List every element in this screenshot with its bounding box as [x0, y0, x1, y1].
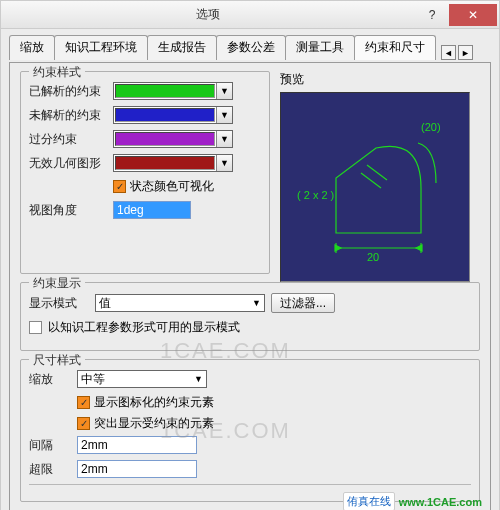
label-overrun: 超限 [29, 461, 71, 478]
chevron-down-icon: ▼ [252, 298, 261, 308]
color-invalid-geometry[interactable]: ▼ [113, 154, 233, 172]
label-gap: 间隔 [29, 437, 71, 454]
svg-line-1 [367, 165, 387, 180]
footer-url: www.1CAE.com [399, 496, 482, 508]
divider [29, 484, 471, 485]
select-display-mode-value: 值 [99, 295, 111, 312]
close-button[interactable]: ✕ [449, 4, 497, 26]
group-constraint-display: 约束显示 显示模式 值 ▼ 过滤器... 以知识工程参数形式可用的显示模式 [20, 282, 480, 351]
chevron-down-icon: ▼ [194, 374, 203, 384]
label-over-constraint: 过分约束 [29, 131, 107, 148]
checkbox-ke-format[interactable] [29, 321, 42, 334]
footer-brand-text: 侑真在线 [343, 492, 395, 510]
label-zoom: 缩放 [29, 371, 71, 388]
dim-top: (20) [421, 121, 441, 133]
dim-left: ( 2 x 2 ) [297, 189, 334, 201]
tab-scroll-right[interactable]: ► [458, 45, 473, 60]
label-display-mode: 显示模式 [29, 295, 89, 312]
tab-measure-tools[interactable]: 测量工具 [285, 35, 355, 60]
tab-scroll-nav: ◄ ► [441, 45, 473, 60]
svg-line-0 [361, 173, 381, 188]
chevron-down-icon: ▼ [216, 131, 232, 147]
help-button[interactable]: ? [415, 4, 449, 26]
color-over-constraint[interactable]: ▼ [113, 130, 233, 148]
input-view-angle[interactable]: 1deg [113, 201, 191, 219]
select-display-mode[interactable]: 值 ▼ [95, 294, 265, 312]
select-zoom[interactable]: 中等 ▼ [77, 370, 207, 388]
group-title-constraint-display: 约束显示 [29, 275, 85, 292]
tab-scroll-left[interactable]: ◄ [441, 45, 456, 60]
tab-constraints-dimensions[interactable]: 约束和尺寸 [354, 35, 436, 60]
window-title: 选项 [1, 6, 415, 23]
tab-param-tolerance[interactable]: 参数公差 [216, 35, 286, 60]
chevron-down-icon: ▼ [216, 107, 232, 123]
select-zoom-value: 中等 [81, 371, 105, 388]
preview-canvas: (20) ( 2 x 2 ) 20 [280, 92, 470, 282]
group-constraint-style: 约束样式 已解析的约束 ▼ 未解析的约束 ▼ 过分约束 [20, 71, 270, 274]
label-ke-format: 以知识工程参数形式可用的显示模式 [48, 319, 240, 336]
label-highlight-constrained: 突出显示受约束的元素 [94, 415, 214, 432]
dim-bottom: 20 [367, 251, 379, 263]
checkbox-show-marked[interactable]: ✓ [77, 396, 90, 409]
titlebar: 选项 ? ✕ [0, 0, 500, 28]
color-resolved-constraint[interactable]: ▼ [113, 82, 233, 100]
label-preview: 预览 [280, 71, 480, 88]
label-unresolved-constraint: 未解析的约束 [29, 107, 107, 124]
tab-zoom[interactable]: 缩放 [9, 35, 55, 60]
preview-area: 预览 (20) [280, 71, 480, 282]
group-title-dimension-style: 尺寸样式 [29, 352, 85, 369]
chevron-down-icon: ▼ [216, 83, 232, 99]
swatch-invalid [115, 156, 215, 170]
swatch-over [115, 132, 215, 146]
tab-knowledge-env[interactable]: 知识工程环境 [54, 35, 148, 60]
input-gap[interactable]: 2mm [77, 436, 197, 454]
label-view-angle: 视图角度 [29, 202, 107, 219]
label-state-color-visual: 状态颜色可视化 [130, 178, 214, 195]
footer-brand: 侑真在线 www.1CAE.com [343, 492, 482, 510]
label-resolved-constraint: 已解析的约束 [29, 83, 107, 100]
chevron-down-icon: ▼ [216, 155, 232, 171]
input-overrun[interactable]: 2mm [77, 460, 197, 478]
swatch-unresolved [115, 108, 215, 122]
checkbox-state-color-visual[interactable]: ✓ [113, 180, 126, 193]
button-filter[interactable]: 过滤器... [271, 293, 335, 313]
tab-generate-report[interactable]: 生成报告 [147, 35, 217, 60]
tab-strip: 缩放 知识工程环境 生成报告 参数公差 测量工具 约束和尺寸 ◄ ► [9, 35, 491, 60]
color-unresolved-constraint[interactable]: ▼ [113, 106, 233, 124]
swatch-resolved [115, 84, 215, 98]
client-area: 缩放 知识工程环境 生成报告 参数公差 测量工具 约束和尺寸 ◄ ► 约束样式 … [0, 28, 500, 510]
checkbox-highlight-constrained[interactable]: ✓ [77, 417, 90, 430]
group-dimension-style: 尺寸样式 缩放 中等 ▼ ✓ 显示图标化的约束元素 ✓ 突出显示受约束的元素 间… [20, 359, 480, 502]
group-title-constraint-style: 约束样式 [29, 64, 85, 81]
label-invalid-geometry: 无效几何图形 [29, 155, 107, 172]
label-show-marked: 显示图标化的约束元素 [94, 394, 214, 411]
tab-panel: 约束样式 已解析的约束 ▼ 未解析的约束 ▼ 过分约束 [9, 62, 491, 510]
